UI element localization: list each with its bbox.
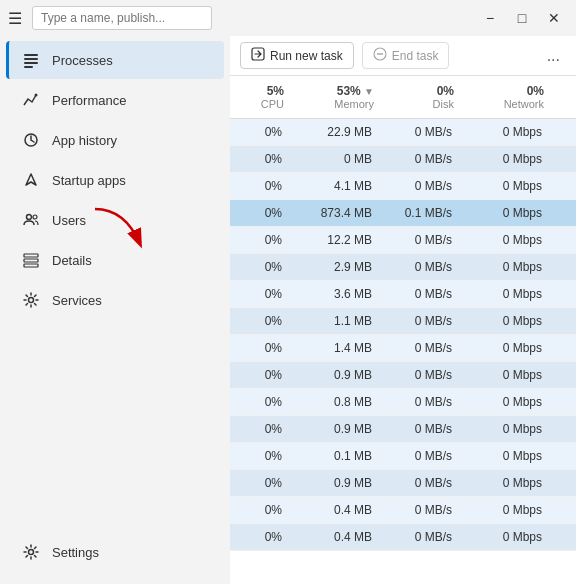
network-column-header[interactable]: 0% Network — [460, 80, 550, 114]
cpu-cell: 0% — [230, 500, 290, 520]
cpu-cell: 0% — [230, 392, 290, 412]
table-row[interactable]: 0% 873.4 MB 0.1 MB/s 0 Mbps — [230, 200, 576, 227]
network-cell: 0 Mbps — [460, 230, 550, 250]
disk-cell: 0 MB/s — [380, 446, 460, 466]
disk-cell: 0 MB/s — [380, 365, 460, 385]
memory-sort-arrow: ▼ — [364, 86, 374, 97]
end-task-icon — [373, 47, 387, 64]
network-cell: 0 Mbps — [460, 284, 550, 304]
cpu-cell: 0% — [230, 176, 290, 196]
disk-cell: 0 MB/s — [380, 338, 460, 358]
cpu-cell: 0% — [230, 365, 290, 385]
disk-cell: 0 MB/s — [380, 176, 460, 196]
disk-cell: 0 MB/s — [380, 500, 460, 520]
processes-icon — [22, 51, 40, 69]
title-bar-left: ☰ — [8, 6, 212, 30]
memory-cell: 0.1 MB — [290, 446, 380, 466]
sidebar: Processes Performance App history — [0, 36, 230, 584]
settings-icon — [22, 543, 40, 561]
cpu-cell: 0% — [230, 419, 290, 439]
more-options-button[interactable]: ... — [541, 45, 566, 67]
network-cell: 0 Mbps — [460, 203, 550, 223]
table-row[interactable]: 0% 0.4 MB 0 MB/s 0 Mbps — [230, 524, 576, 551]
table-row[interactable]: 0% 0.8 MB 0 MB/s 0 Mbps — [230, 389, 576, 416]
close-button[interactable]: ✕ — [540, 6, 568, 30]
processes-label: Processes — [52, 53, 113, 68]
run-new-task-button[interactable]: Run new task — [240, 42, 354, 69]
network-cell: 0 Mbps — [460, 500, 550, 520]
sidebar-item-details[interactable]: Details — [6, 241, 224, 279]
memory-cell: 4.1 MB — [290, 176, 380, 196]
table-row[interactable]: 0% 22.9 MB 0 MB/s 0 Mbps — [230, 119, 576, 146]
table-row[interactable]: 0% 1.1 MB 0 MB/s 0 Mbps — [230, 308, 576, 335]
memory-cell: 0.4 MB — [290, 500, 380, 520]
memory-column-header[interactable]: 53% ▼ Memory — [290, 80, 380, 114]
table-row[interactable]: 0% 2.9 MB 0 MB/s 0 Mbps — [230, 254, 576, 281]
memory-cell: 2.9 MB — [290, 257, 380, 277]
disk-cell: 0.1 MB/s — [380, 203, 460, 223]
svg-rect-10 — [24, 264, 38, 267]
svg-point-11 — [29, 298, 34, 303]
end-task-button[interactable]: End task — [362, 42, 450, 69]
table-row[interactable]: 0% 0.9 MB 0 MB/s 0 Mbps — [230, 416, 576, 443]
main-container: Processes Performance App history — [0, 36, 576, 584]
disk-cell: 0 MB/s — [380, 257, 460, 277]
sidebar-item-services[interactable]: Services — [6, 281, 224, 319]
sidebar-item-performance[interactable]: Performance — [6, 81, 224, 119]
cpu-cell: 0% — [230, 203, 290, 223]
disk-cell: 0 MB/s — [380, 230, 460, 250]
cpu-column-header[interactable]: 5% CPU — [230, 80, 290, 114]
table-header: 5% CPU 53% ▼ Memory 0% Disk 0% Network — [230, 76, 576, 119]
sidebar-item-startup-apps[interactable]: Startup apps — [6, 161, 224, 199]
startup-apps-icon — [22, 171, 40, 189]
details-label: Details — [52, 253, 92, 268]
disk-column-header[interactable]: 0% Disk — [380, 80, 460, 114]
table-row[interactable]: 0% 3.6 MB 0 MB/s 0 Mbps — [230, 281, 576, 308]
memory-cell: 873.4 MB — [290, 203, 380, 223]
sidebar-item-processes[interactable]: Processes — [6, 41, 224, 79]
table-row[interactable]: 0% 4.1 MB 0 MB/s 0 Mbps — [230, 173, 576, 200]
hamburger-icon[interactable]: ☰ — [8, 9, 22, 28]
content-area: Run new task End task ... 5% CPU — [230, 36, 576, 584]
services-icon — [22, 291, 40, 309]
cpu-percent: 5% — [236, 84, 284, 98]
disk-cell: 0 MB/s — [380, 284, 460, 304]
table-row[interactable]: 0% 0.9 MB 0 MB/s 0 Mbps — [230, 362, 576, 389]
network-cell: 0 Mbps — [460, 365, 550, 385]
cpu-cell: 0% — [230, 230, 290, 250]
disk-cell: 0 MB/s — [380, 392, 460, 412]
maximize-button[interactable]: □ — [508, 6, 536, 30]
svg-rect-2 — [24, 62, 38, 64]
performance-label: Performance — [52, 93, 126, 108]
sidebar-item-settings[interactable]: Settings — [6, 533, 224, 571]
app-history-icon — [22, 131, 40, 149]
search-input[interactable] — [32, 6, 212, 30]
table-row[interactable]: 0% 12.2 MB 0 MB/s 0 Mbps — [230, 227, 576, 254]
disk-cell: 0 MB/s — [380, 122, 460, 142]
svg-rect-1 — [24, 58, 38, 60]
sidebar-item-users[interactable]: Users — [6, 201, 224, 239]
table-row[interactable]: 0% 0.9 MB 0 MB/s 0 Mbps — [230, 470, 576, 497]
table-row[interactable]: 0% 1.4 MB 0 MB/s 0 Mbps — [230, 335, 576, 362]
table-row[interactable]: 0% 0.1 MB 0 MB/s 0 Mbps — [230, 443, 576, 470]
svg-rect-9 — [24, 259, 38, 262]
svg-point-6 — [27, 215, 32, 220]
svg-point-7 — [33, 215, 37, 219]
cpu-cell: 0% — [230, 311, 290, 331]
table-row[interactable]: 0% 0 MB 0 MB/s 0 Mbps — [230, 146, 576, 173]
cpu-cell: 0% — [230, 338, 290, 358]
network-cell: 0 Mbps — [460, 257, 550, 277]
network-label: Network — [466, 98, 544, 110]
sidebar-item-app-history[interactable]: App history — [6, 121, 224, 159]
network-cell: 0 Mbps — [460, 527, 550, 547]
minimize-button[interactable]: − — [476, 6, 504, 30]
memory-cell: 0.9 MB — [290, 419, 380, 439]
table-body: 0% 22.9 MB 0 MB/s 0 Mbps 0% 0 MB 0 MB/s … — [230, 119, 576, 584]
network-cell: 0 Mbps — [460, 392, 550, 412]
memory-cell: 22.9 MB — [290, 122, 380, 142]
cpu-cell: 0% — [230, 149, 290, 169]
svg-point-4 — [35, 94, 38, 97]
network-cell: 0 Mbps — [460, 338, 550, 358]
svg-rect-3 — [24, 66, 33, 68]
table-row[interactable]: 0% 0.4 MB 0 MB/s 0 Mbps — [230, 497, 576, 524]
